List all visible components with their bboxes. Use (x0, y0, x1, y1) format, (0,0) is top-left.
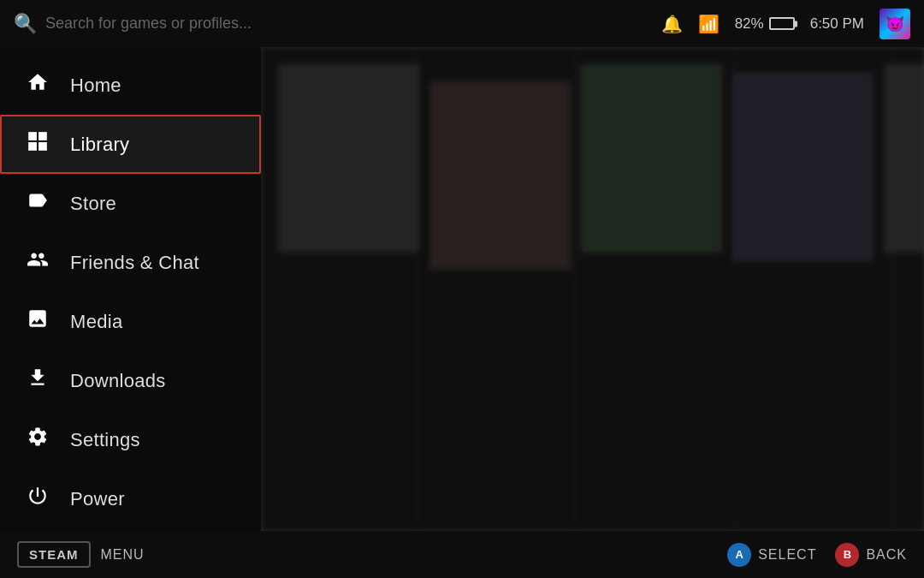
select-action[interactable]: A SELECT (727, 543, 816, 567)
downloads-icon (24, 366, 51, 395)
battery-bar (769, 17, 795, 30)
store-icon (24, 189, 51, 217)
svg-rect-3 (38, 142, 47, 151)
sidebar-item-label-settings: Settings (70, 429, 140, 451)
bg-card-2 (429, 81, 571, 270)
search-area[interactable]: 🔍 Search for games or profiles... (14, 13, 661, 35)
a-button-circle: A (727, 543, 751, 567)
back-action[interactable]: B BACK (835, 543, 907, 567)
steam-button[interactable]: STEAM (17, 541, 91, 568)
bottombar: STEAM MENU A SELECT B BACK (0, 531, 924, 578)
sidebar-item-friends[interactable]: Friends & Chat (0, 233, 261, 292)
sidebar-item-downloads[interactable]: Downloads (0, 351, 261, 410)
friends-icon (24, 248, 51, 277)
clock: 6:50 PM (810, 15, 864, 33)
select-label: SELECT (758, 547, 816, 563)
battery-outline (769, 17, 795, 30)
search-icon: 🔍 (14, 13, 37, 35)
svg-rect-0 (28, 132, 37, 140)
svg-rect-2 (28, 142, 37, 151)
bg-card-3 (581, 64, 722, 253)
back-label: BACK (866, 547, 907, 563)
sidebar-item-label-friends: Friends & Chat (70, 252, 199, 274)
topbar: 🔍 Search for games or profiles... 🔔 📶 82… (0, 0, 924, 47)
power-icon (24, 485, 51, 513)
bg-card-4 (732, 73, 874, 261)
sidebar: HomeLibraryStoreFriends & ChatMediaDownl… (0, 47, 261, 531)
menu-label: MENU (101, 547, 145, 563)
library-icon (24, 130, 51, 158)
media-icon (24, 307, 51, 336)
bg-card-5 (884, 64, 924, 253)
bg-card-1 (278, 64, 419, 253)
sidebar-item-home[interactable]: Home (0, 56, 261, 115)
battery-percent: 82% (735, 15, 764, 33)
sidebar-item-label-media: Media (70, 311, 122, 333)
bottombar-actions: A SELECT B BACK (727, 543, 907, 567)
sidebar-item-label-home: Home (70, 74, 121, 97)
sidebar-item-power[interactable]: Power (0, 469, 261, 528)
sidebar-item-label-power: Power (70, 488, 125, 510)
network-icon: 📶 (698, 14, 720, 34)
sidebar-item-label-downloads: Downloads (70, 370, 166, 392)
home-icon (24, 71, 51, 99)
sidebar-item-media[interactable]: Media (0, 292, 261, 351)
background-content (261, 47, 924, 531)
sidebar-item-label-store: Store (70, 193, 116, 215)
sidebar-item-library[interactable]: Library (0, 115, 261, 174)
search-placeholder[interactable]: Search for games or profiles... (45, 15, 252, 33)
sidebar-item-store[interactable]: Store (0, 174, 261, 233)
b-button-circle: B (835, 543, 859, 567)
battery-area: 82% (735, 15, 795, 33)
background-blur (261, 47, 924, 531)
svg-rect-1 (38, 132, 47, 140)
topbar-right: 🔔 📶 82% 6:50 PM 😈 (661, 9, 910, 39)
sidebar-item-settings[interactable]: Settings (0, 410, 261, 469)
settings-icon (24, 426, 51, 454)
avatar[interactable]: 😈 (880, 9, 910, 39)
notification-icon[interactable]: 🔔 (661, 14, 683, 34)
sidebar-item-label-library: Library (70, 134, 129, 156)
